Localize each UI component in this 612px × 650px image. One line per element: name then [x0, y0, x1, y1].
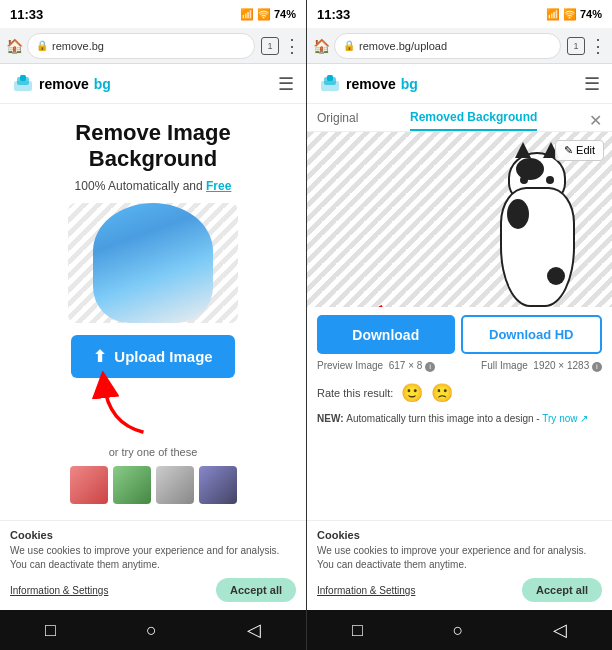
page-content-left: Remove Image Background 100% Automatical…	[0, 104, 306, 520]
site-header-left: removebg ☰	[0, 64, 306, 104]
woman-shape	[93, 203, 213, 323]
status-bar-right: 11:33 📶 🛜 74%	[307, 0, 612, 28]
cat-figure	[492, 152, 582, 307]
nav-bar-left: □ ○ ◁	[0, 610, 306, 650]
address-bar-right[interactable]: 🔒 remove.bg/upload	[334, 33, 561, 59]
signal-icon: 📶	[240, 8, 254, 21]
info-settings-right[interactable]: Information & Settings	[317, 585, 415, 596]
preview-label: Preview Image 617 × 8 i	[317, 360, 435, 372]
battery-left: 74%	[274, 8, 296, 20]
more-menu-left[interactable]: ⋮	[283, 35, 300, 57]
time-left: 11:33	[10, 7, 43, 22]
home-icon-right[interactable]: 🏠	[313, 38, 330, 54]
hero-title: Remove Image Background	[12, 120, 294, 173]
full-label: Full Image 1920 × 1283 i	[481, 360, 602, 372]
nav-back-right[interactable]: ◁	[553, 619, 567, 641]
thumb-2[interactable]	[113, 466, 151, 504]
new-feature-text: Automatically turn this image into a des…	[346, 413, 542, 424]
new-feature-row: NEW: Automatically turn this image into …	[307, 408, 612, 430]
site-header-right: removebg ☰	[307, 64, 612, 104]
try-now-link[interactable]: Try now ↗	[542, 413, 588, 424]
or-try-text: or try one of these	[109, 446, 198, 458]
status-icons-left: 📶 🛜 74%	[240, 8, 296, 21]
info-icon-full: i	[592, 362, 602, 372]
cookie-title-left: Cookies	[10, 529, 296, 541]
cat-eye-right	[546, 176, 554, 184]
thumb-1[interactable]	[70, 466, 108, 504]
logo-text-bg-right: bg	[401, 76, 418, 92]
nav-back-left[interactable]: ◁	[247, 619, 261, 641]
free-text: Free	[206, 179, 231, 193]
sad-rating[interactable]: 🙁	[431, 382, 453, 404]
cookie-bar-left: Cookies We use cookies to improve your e…	[0, 520, 306, 610]
signal-icon-right: 📶	[546, 8, 560, 21]
phone-screen: 11:33 📶 🛜 74% 🏠 🔒 remove.bg 1 ⋮	[0, 0, 612, 650]
url-left: remove.bg	[52, 40, 104, 52]
left-screen: 11:33 📶 🛜 74% 🏠 🔒 remove.bg 1 ⋮	[0, 0, 306, 650]
red-arrow-right	[367, 297, 437, 307]
subtitle: 100% Automatically and Free	[75, 179, 232, 193]
thumb-4[interactable]	[199, 466, 237, 504]
cat-eye-left	[520, 176, 528, 184]
info-icon-preview: i	[425, 362, 435, 372]
battery-right: 74%	[580, 8, 602, 20]
tab-switcher-right[interactable]: 1	[567, 37, 585, 55]
info-settings-left[interactable]: Information & Settings	[10, 585, 108, 596]
preview-area: ✎ Edit	[307, 132, 612, 307]
upload-icon: ⬆	[93, 347, 106, 366]
more-menu-right[interactable]: ⋮	[589, 35, 606, 57]
upload-area: ⬆ Upload Image	[71, 335, 234, 386]
tabs-row: Original Removed Background ✕	[307, 104, 612, 132]
hamburger-right[interactable]: ☰	[584, 73, 600, 95]
image-info-row: Preview Image 617 × 8 i Full Image 1920 …	[307, 358, 612, 378]
cat-ear-left	[515, 142, 531, 158]
thumb-3[interactable]	[156, 466, 194, 504]
cookie-title-right: Cookies	[317, 529, 602, 541]
address-bar-left[interactable]: 🔒 remove.bg	[27, 33, 255, 59]
logo-icon-right	[319, 73, 341, 95]
subtitle-main: 100% Automatically and	[75, 179, 206, 193]
hamburger-left[interactable]: ☰	[278, 73, 294, 95]
upload-button[interactable]: ⬆ Upload Image	[71, 335, 234, 378]
cookie-desc-left: We use cookies to improve your experienc…	[10, 544, 296, 572]
cat-body	[500, 187, 575, 307]
browser-bar-left[interactable]: 🏠 🔒 remove.bg 1 ⋮	[0, 28, 306, 64]
download-hd-button[interactable]: Download HD	[461, 315, 603, 354]
tab-original[interactable]: Original	[317, 111, 358, 130]
cookie-actions-right: Information & Settings Accept all	[317, 578, 602, 602]
status-bar-left: 11:33 📶 🛜 74%	[0, 0, 306, 28]
logo-right: removebg	[319, 73, 418, 95]
happy-rating[interactable]: 🙂	[401, 382, 423, 404]
nav-home-left[interactable]: □	[45, 620, 56, 641]
red-arrow-left	[91, 371, 161, 441]
new-label: NEW:	[317, 413, 346, 424]
nav-home-right[interactable]: □	[352, 620, 363, 641]
logo-icon-left	[12, 73, 34, 95]
cat-body-spot2	[547, 267, 565, 285]
cookie-bar-right: Cookies We use cookies to improve your e…	[307, 520, 612, 610]
tab-switcher-left[interactable]: 1	[261, 37, 279, 55]
wifi-icon-right: 🛜	[563, 8, 577, 21]
logo-text-remove-left: remove	[39, 76, 89, 92]
edit-button[interactable]: ✎ Edit	[555, 140, 604, 161]
nav-circle-left[interactable]: ○	[146, 620, 157, 641]
rating-label: Rate this result:	[317, 387, 393, 399]
home-icon[interactable]: 🏠	[6, 38, 23, 54]
logo-text-bg-left: bg	[94, 76, 111, 92]
accept-btn-left[interactable]: Accept all	[216, 578, 296, 602]
browser-bar-right[interactable]: 🏠 🔒 remove.bg/upload 1 ⋮	[307, 28, 612, 64]
url-right: remove.bg/upload	[359, 40, 447, 52]
nav-bar-right: □ ○ ◁	[307, 610, 612, 650]
lock-icon-left: 🔒	[36, 40, 48, 51]
accept-btn-right[interactable]: Accept all	[522, 578, 602, 602]
logo-text-remove-right: remove	[346, 76, 396, 92]
cookie-actions-left: Information & Settings Accept all	[10, 578, 296, 602]
right-screen: 11:33 📶 🛜 74% 🏠 🔒 remove.bg/upload 1 ⋮	[306, 0, 612, 650]
close-button[interactable]: ✕	[589, 111, 602, 130]
tab-removed-background[interactable]: Removed Background	[410, 110, 537, 131]
logo-left: removebg	[12, 73, 111, 95]
hero-image	[68, 203, 238, 323]
cookie-desc-right: We use cookies to improve your experienc…	[317, 544, 602, 572]
nav-circle-right[interactable]: ○	[453, 620, 464, 641]
download-button[interactable]: Download	[317, 315, 455, 354]
